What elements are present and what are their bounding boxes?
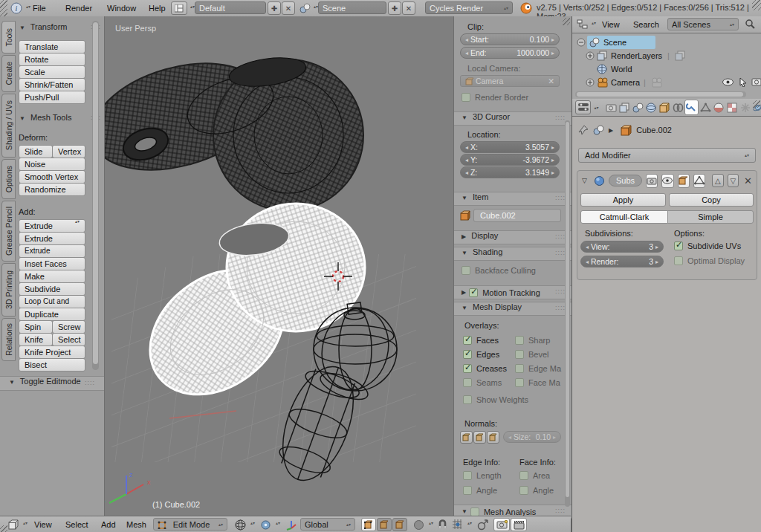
copy-button[interactable]: Copy (669, 193, 754, 207)
panel-header-mesh-tools[interactable]: ▼ Mesh Tools :::: (19, 113, 101, 122)
tab-object-data-icon[interactable] (699, 100, 712, 114)
inset-faces-button[interactable]: Inset Faces (19, 257, 85, 270)
outliner-hscrollbar[interactable] (575, 91, 746, 97)
loop-cut-button[interactable]: Loop Cut and Slide (19, 295, 85, 308)
manipulator-axis-icon[interactable] (285, 519, 297, 531)
toolshelf-scrollbar[interactable] (92, 21, 99, 370)
faces-checkbox[interactable]: Faces (463, 336, 499, 345)
scene-name-field[interactable]: Scene (318, 1, 386, 14)
panel-header-display[interactable]: ▶ Display :::: (454, 230, 571, 244)
outliner-row-world[interactable]: World (572, 62, 761, 76)
rotate-button[interactable]: Rotate (19, 53, 85, 66)
spin-button[interactable]: Spin (19, 320, 53, 334)
tab-grease-pencil[interactable]: Grease Pencil (1, 201, 16, 262)
modifier-render-toggle-icon[interactable] (646, 174, 658, 188)
bevel-checkbox[interactable]: Bevel (515, 350, 549, 359)
clip-end-field[interactable]: ◂ End: 1000.000 ▸ (460, 47, 560, 59)
extrude-dropdown[interactable]: Extrude▴▾ (19, 219, 85, 233)
extrude-individual-button[interactable]: Extrude Individual (19, 244, 85, 258)
modifier-move-down-button[interactable]: ▽ (728, 174, 739, 187)
panel-drag-icon[interactable]: :::: (555, 288, 566, 295)
outliner-menu-view[interactable]: View (599, 16, 623, 33)
edge-marks-checkbox[interactable]: Edge Ma (515, 364, 561, 373)
outliner-row-scene[interactable]: Scene (572, 36, 761, 49)
decrement-arrow-icon[interactable]: ◂ (465, 50, 468, 56)
catmull-clark-toggle[interactable]: Catmull-Clark (580, 210, 668, 224)
editor-switch-arrows-icon[interactable]: ▴▾ (23, 522, 27, 525)
panel-header-3d-cursor[interactable]: ▼ 3D Cursor :::: (454, 111, 571, 126)
scale-button[interactable]: Scale (19, 65, 85, 79)
checkbox-icon[interactable] (462, 93, 470, 102)
panel-header-mesh-display[interactable]: ▼ Mesh Display :::: (454, 302, 571, 316)
properties-editor-icon[interactable] (575, 100, 591, 114)
face-marks-checkbox[interactable]: Face Ma (515, 378, 560, 387)
scene-breadcrumb-icon[interactable] (593, 125, 604, 135)
item-name-field[interactable]: Cube.002 (473, 209, 561, 222)
expand-plus-icon[interactable] (586, 51, 595, 60)
pin-icon[interactable] (578, 125, 589, 135)
modifier-move-up-button[interactable]: △ (712, 174, 724, 187)
duplicate-button[interactable]: Duplicate (19, 308, 85, 321)
add-modifier-dropdown[interactable]: Add Modifier ▴▾ (578, 148, 756, 163)
editor-switch-arrows-icon[interactable]: ▴▾ (592, 22, 596, 25)
tab-relations[interactable]: Relations (1, 318, 16, 361)
panel-header-transform[interactable]: ▼ Transform :::: (19, 22, 101, 31)
vh-menu-select[interactable]: Select (62, 516, 91, 532)
apply-button[interactable]: Apply (580, 193, 666, 207)
menu-file[interactable]: File (30, 0, 49, 16)
optimal-display-checkbox[interactable]: Optimal Display (674, 256, 745, 265)
simple-toggle[interactable]: Simple (667, 210, 754, 224)
collapse-minus-icon[interactable] (577, 38, 586, 47)
edge-length-checkbox[interactable]: Length (463, 471, 502, 480)
tab-object-icon[interactable] (658, 100, 671, 114)
modifier-delete-icon[interactable]: ✕ (744, 175, 752, 186)
expand-plus-icon[interactable] (586, 78, 595, 87)
noise-button[interactable]: Noise (19, 158, 85, 171)
clear-icon[interactable]: ✕ (548, 77, 554, 85)
tab-render-layers-icon[interactable] (618, 100, 631, 114)
tab-world-icon[interactable] (645, 100, 658, 114)
outliner-editor-icon[interactable] (577, 19, 589, 30)
tab-scene-icon[interactable] (632, 100, 644, 114)
orientation-dropdown[interactable]: Global ▴▾ (300, 518, 355, 531)
add-layout-button[interactable]: ✚ (268, 1, 281, 15)
screw-button[interactable]: Screw (52, 320, 85, 334)
outliner-filter-dropdown[interactable]: All Scenes▴▾ (667, 18, 739, 30)
corner-resize-grip[interactable] (752, 0, 761, 10)
tab-modifiers-icon[interactable] (684, 100, 699, 115)
pivot-point-icon[interactable] (260, 519, 271, 531)
normals-size-field[interactable]: ◂ Size: 0.10 ▸ (503, 431, 561, 443)
tab-3d-printing[interactable]: 3D Printing (1, 263, 16, 317)
extrude-region-button[interactable]: Extrude Region (19, 232, 85, 245)
mode-dropdown[interactable]: Edit Mode ▴▾ (153, 518, 227, 531)
panel-drag-icon[interactable]: :::: (555, 249, 566, 256)
cursor-y-field[interactable]: ◂ Y: -3.9672 ▸ (460, 154, 560, 166)
backface-culling-checkbox[interactable]: Backface Culling (462, 266, 536, 275)
snap-arrows-icon[interactable]: ▴▾ (467, 522, 472, 525)
slide-edge-button[interactable]: Slide Ed (19, 145, 53, 158)
tab-options[interactable]: Options (1, 159, 16, 199)
panel-header-shading[interactable]: ▼ Shading :::: (454, 247, 571, 261)
sharp-checkbox[interactable]: Sharp (515, 336, 550, 345)
selectability-cursor-icon[interactable] (739, 77, 748, 87)
face-angle-checkbox[interactable]: Angle (519, 486, 554, 495)
outliner-row-camera[interactable]: Camera | (572, 76, 761, 89)
show-weights-checkbox[interactable]: Show Weights (463, 395, 528, 404)
info-editor-icon[interactable]: i (10, 2, 22, 14)
subdivide-button[interactable]: Subdivide (19, 282, 85, 296)
translate-button[interactable]: Translate (19, 40, 85, 53)
viewport-shading-icon[interactable] (235, 519, 246, 531)
edge-select-mode-button[interactable] (377, 518, 392, 531)
corner-resize-grip[interactable] (0, 0, 7, 16)
vh-menu-view[interactable]: View (31, 516, 55, 532)
modifier-viewport-toggle-icon[interactable] (661, 174, 673, 188)
loop-normals-icon[interactable] (473, 431, 486, 444)
editor-switch-arrows-icon[interactable]: ▴▾ (594, 106, 598, 109)
cursor-x-field[interactable]: ◂ X: 3.5057 ▸ (460, 141, 560, 153)
increment-arrow-icon[interactable]: ▸ (551, 50, 554, 56)
panel-drag-icon[interactable]: :::: (555, 304, 566, 311)
smooth-vertex-button[interactable]: Smooth Vertex (19, 170, 85, 184)
vh-menu-add[interactable]: Add (98, 516, 119, 532)
knife-project-button[interactable]: Knife Project (19, 346, 85, 359)
render-border-checkbox[interactable]: Render Border (462, 93, 528, 102)
